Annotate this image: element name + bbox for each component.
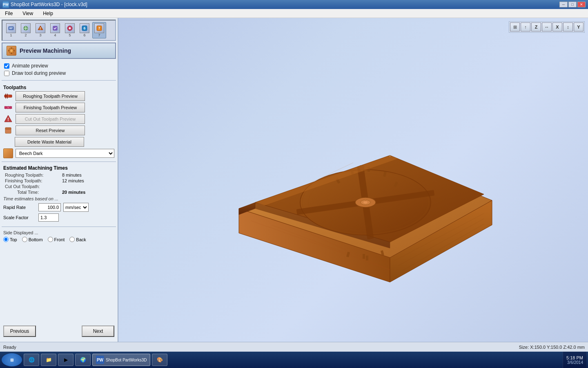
nav-buttons: Previous Next bbox=[2, 322, 116, 340]
step-2-icon bbox=[21, 23, 31, 33]
radio-top-label[interactable]: Top bbox=[10, 237, 17, 242]
finishing-icon bbox=[3, 103, 13, 112]
svg-point-66 bbox=[363, 201, 368, 204]
est-section-title: Estimated Machining Times bbox=[3, 165, 114, 171]
section-title: Preview Machining bbox=[20, 47, 71, 54]
radio-bottom-input[interactable] bbox=[22, 237, 27, 242]
rapid-rate-input[interactable] bbox=[38, 203, 61, 211]
app-icon: PW bbox=[2, 1, 9, 8]
taskbar: ⊞ 🌐 📁 ▶ 🌍 PW ShopBot PartWorks3D 🎨 5:18 … bbox=[0, 352, 588, 368]
step-7-icon: 7 bbox=[94, 23, 104, 33]
reset-spacer-icon bbox=[3, 126, 13, 135]
finishing-row: Finishing Toolpath Preview bbox=[3, 103, 114, 112]
radio-back-input[interactable] bbox=[69, 237, 75, 242]
radio-top-input[interactable] bbox=[3, 237, 9, 242]
taskbar-tray: 5:18 PM 3/6/2014 bbox=[563, 352, 586, 368]
animate-preview-label[interactable]: Animate preview bbox=[12, 63, 48, 69]
roughing-icon bbox=[3, 91, 13, 101]
wizard-toolbar: 1 2 bbox=[2, 20, 116, 41]
roughing-time-row: Roughing Toolpath: 8 minutes bbox=[3, 173, 114, 177]
menu-help[interactable]: Help bbox=[40, 10, 56, 17]
menu-view[interactable]: View bbox=[19, 10, 36, 17]
radio-back-label[interactable]: Back bbox=[76, 237, 86, 242]
wizard-step-5[interactable]: 5 bbox=[63, 22, 77, 38]
wizard-step-1[interactable]: 1 bbox=[4, 22, 18, 38]
time-estimate-note: Time estimates based on ... bbox=[3, 196, 114, 201]
reset-preview-button[interactable]: Reset Preview bbox=[16, 126, 85, 135]
step-1-icon bbox=[6, 23, 16, 33]
restore-button[interactable]: □ bbox=[568, 2, 577, 7]
step-5-num: 5 bbox=[69, 33, 71, 37]
wizard-step-7[interactable]: 7 7 bbox=[92, 22, 106, 38]
roughing-toolpath-button[interactable]: Roughing Toolpath Preview bbox=[16, 91, 85, 101]
radio-front-input[interactable] bbox=[48, 237, 53, 242]
next-button[interactable]: Next bbox=[82, 325, 114, 337]
taskbar-media[interactable]: ▶ bbox=[58, 354, 74, 366]
step-4-icon bbox=[50, 23, 60, 33]
title-bar-left: PW ShopBot PartWorks3D - [clock.v3d] bbox=[2, 1, 87, 8]
total-time-row: Total Time: 20 minutes bbox=[3, 190, 114, 195]
step-3-icon bbox=[36, 23, 45, 33]
radio-back: Back bbox=[69, 237, 86, 242]
scale-factor-input[interactable] bbox=[38, 213, 59, 222]
cutout-icon bbox=[3, 114, 13, 124]
separator-1 bbox=[2, 80, 116, 81]
finishing-time-value: 12 minutes bbox=[62, 178, 84, 183]
3d-model-svg bbox=[190, 57, 517, 303]
finishing-toolpath-button[interactable]: Finishing Toolpath Preview bbox=[16, 103, 85, 112]
tray-date-display: 3/6/2014 bbox=[566, 360, 583, 365]
wizard-step-2[interactable]: 2 bbox=[19, 22, 33, 38]
delete-waste-button[interactable]: Delete Waste Material bbox=[15, 137, 84, 147]
radio-front-label[interactable]: Front bbox=[54, 237, 65, 242]
title-bar-controls[interactable]: ─ □ ✕ bbox=[559, 2, 586, 7]
draw-tool-label[interactable]: Draw tool during preview bbox=[12, 70, 66, 76]
left-panel: 1 2 bbox=[0, 18, 118, 342]
toolpaths-section: Toolpaths Roughing Toolpath Preview bbox=[2, 82, 116, 160]
start-button[interactable]: ⊞ bbox=[2, 353, 22, 366]
draw-tool-checkbox[interactable] bbox=[4, 71, 9, 76]
animate-preview-row: Animate preview bbox=[3, 63, 114, 69]
taskbar-ie[interactable]: 🌐 bbox=[24, 354, 39, 366]
svg-point-16 bbox=[10, 49, 13, 52]
close-button[interactable]: ✕ bbox=[577, 2, 586, 7]
rapid-rate-row: Rapid Rate mm/sec in/sec mm/min bbox=[3, 203, 114, 212]
taskbar-paint[interactable]: 🎨 bbox=[152, 354, 167, 366]
step-6-num: 6 bbox=[83, 33, 85, 37]
rapid-rate-unit-select[interactable]: mm/sec in/sec mm/min bbox=[63, 203, 89, 212]
options-area: Animate preview Draw tool during preview bbox=[2, 61, 116, 79]
scale-factor-row: Scale Factor bbox=[3, 213, 114, 222]
svg-rect-60 bbox=[366, 256, 368, 260]
roughing-time-value: 8 minutes bbox=[62, 173, 82, 177]
svg-text:7: 7 bbox=[98, 26, 100, 30]
wizard-step-4[interactable]: 4 bbox=[48, 22, 62, 38]
separator-3 bbox=[2, 227, 116, 227]
finishing-time-label: Finishing Toolpath: bbox=[5, 178, 62, 183]
previous-button[interactable]: Previous bbox=[3, 325, 36, 337]
section-header: Preview Machining bbox=[2, 43, 116, 59]
status-left: Ready bbox=[3, 345, 16, 350]
separator-2 bbox=[2, 162, 116, 162]
taskbar-browser[interactable]: 🌍 bbox=[75, 354, 91, 366]
estimated-times-section: Estimated Machining Times Roughing Toolp… bbox=[2, 164, 116, 225]
svg-rect-31 bbox=[5, 128, 11, 129]
minimize-button[interactable]: ─ bbox=[559, 2, 568, 7]
svg-point-8 bbox=[40, 29, 41, 30]
status-bar: Ready Size: X:150.0 Y:150.0 Z:42.0 mm bbox=[0, 342, 588, 352]
status-right: Size: X:150.0 Y:150.0 Z:42.0 mm bbox=[519, 345, 585, 350]
panel-content: Animate preview Draw tool during preview… bbox=[2, 61, 116, 321]
radio-bottom-label[interactable]: Bottom bbox=[29, 237, 43, 242]
material-color-select[interactable]: Beech Dark Oak Light Walnut Pine Cherry bbox=[16, 149, 114, 158]
wizard-step-3[interactable]: 3 bbox=[33, 22, 47, 38]
wizard-step-6[interactable]: 6 6 bbox=[78, 22, 91, 38]
menu-file[interactable]: File bbox=[2, 10, 16, 17]
cutout-toolpath-button[interactable]: Cut Out Toolpath Preview bbox=[16, 114, 85, 124]
radio-front: Front bbox=[48, 237, 65, 242]
taskbar-partworks[interactable]: PW ShopBot PartWorks3D bbox=[92, 354, 150, 366]
scale-factor-label: Scale Factor bbox=[3, 215, 36, 220]
step-5-icon bbox=[65, 23, 75, 33]
draw-tool-row: Draw tool during preview bbox=[3, 70, 114, 76]
taskbar-explorer[interactable]: 📁 bbox=[41, 354, 56, 366]
title-bar: PW ShopBot PartWorks3D - [clock.v3d] ─ □… bbox=[0, 0, 588, 9]
animate-preview-checkbox[interactable] bbox=[4, 63, 9, 69]
menu-bar: File View Help bbox=[0, 9, 588, 18]
